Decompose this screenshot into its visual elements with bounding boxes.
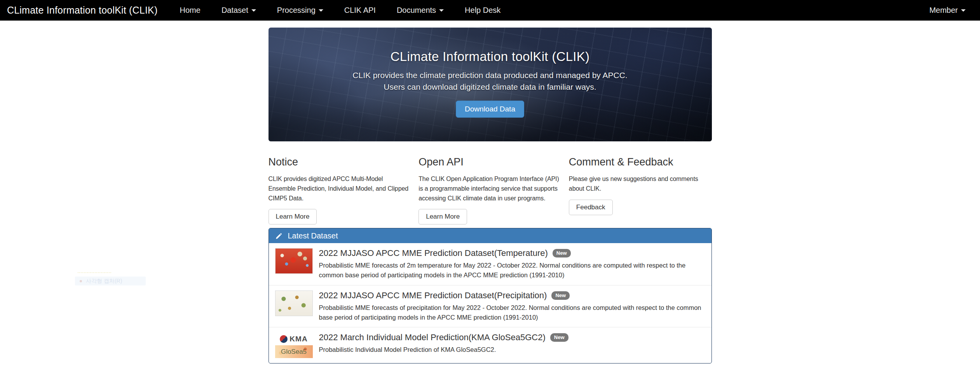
notice-heading: Notice [269, 156, 412, 168]
latest-dataset-title: Latest Dataset [288, 231, 338, 240]
latest-dataset-header: Latest Dataset [269, 228, 711, 243]
dataset-description: Probabilistic MME forecasts of 2m temper… [319, 261, 705, 280]
caret-down-icon [251, 9, 256, 12]
hero-title: CLimate Information toolKit (CLIK) [269, 49, 712, 64]
nav-item-processing[interactable]: Processing [267, 0, 334, 21]
new-badge: New [551, 291, 570, 300]
dataset-description: Probabilistic MME forecasts of precipita… [319, 303, 705, 322]
kma-glosea5-logo-thumbnail: KMA GloSea5 [275, 332, 313, 358]
notice-learn-more-button[interactable]: Learn More [269, 209, 317, 224]
nav-item-label: Help Desk [465, 6, 500, 15]
nav-item-label: Home [180, 6, 201, 15]
notice-text: CLIK provides digitized APCC Multi-Model… [269, 174, 412, 203]
nav-item-dataset[interactable]: Dataset [211, 0, 267, 21]
dataset-item-kma-glosea5[interactable]: KMA GloSea5 2022 March Individual Model … [269, 327, 711, 363]
kma-taegeuk-icon [280, 335, 288, 343]
latest-dataset-panel: Latest Dataset 2022 MJJASO APCC MME Pred… [269, 228, 712, 364]
dataset-item-temperature[interactable]: 2022 MJJASO APCC MME Prediction Dataset(… [269, 243, 711, 285]
new-badge: New [550, 333, 568, 342]
dataset-item-precipitation[interactable]: 2022 MJJASO APCC MME Prediction Dataset(… [269, 285, 711, 327]
hero-subtitle-line2: Users can download digitized climate dat… [269, 81, 712, 93]
hero-subtitle: CLIK provides the climate prediction dat… [269, 70, 712, 93]
caret-down-icon [439, 9, 444, 12]
screen-capture-ghost-overlay: 사각형 캡처(R) [75, 277, 146, 285]
nav-item-label: Dataset [221, 6, 248, 15]
nav-item-home[interactable]: Home [169, 0, 211, 21]
download-data-button[interactable]: Download Data [456, 101, 524, 118]
caret-down-icon [961, 9, 966, 12]
nav-item-label: Documents [397, 6, 436, 15]
nav-item-help-desk[interactable]: Help Desk [454, 0, 511, 21]
top-navbar: CLimate Information toolKit (CLIK) Home … [0, 0, 980, 21]
glosea5-logo-text: GloSea5 [281, 348, 307, 356]
latest-dataset-list: 2022 MJJASO APCC MME Prediction Dataset(… [269, 243, 711, 363]
feedback-heading: Comment & Feedback [569, 156, 712, 168]
capture-marquee-fragment [78, 272, 111, 273]
dataset-title[interactable]: 2022 March Individual Model Prediction(K… [319, 332, 546, 343]
info-columns: Notice CLIK provides digitized APCC Mult… [269, 156, 712, 224]
nav-item-label: CLIK API [344, 6, 376, 15]
feedback-button[interactable]: Feedback [569, 200, 613, 215]
nav-links: Home Dataset Processing CLIK API Documen… [169, 0, 511, 21]
hero-banner: CLimate Information toolKit (CLIK) CLIK … [269, 28, 712, 141]
caret-down-icon [319, 9, 323, 12]
notice-column: Notice CLIK provides digitized APCC Mult… [269, 156, 412, 224]
nav-item-label: Member [929, 6, 958, 15]
open-api-column: Open API The CLIK Open Application Progr… [419, 156, 561, 224]
nav-item-label: Processing [277, 6, 316, 15]
hero-subtitle-line1: CLIK provides the climate prediction dat… [269, 70, 712, 81]
feedback-column: Comment & Feedback Please give us new su… [569, 156, 712, 224]
dataset-title[interactable]: 2022 MJJASO APCC MME Prediction Dataset(… [319, 290, 547, 301]
open-api-text: The CLIK Open Application Program Interf… [419, 174, 561, 203]
dataset-description: Probabilistic Individual Model Predictio… [319, 345, 705, 355]
nav-item-member[interactable]: Member [919, 0, 976, 21]
open-api-learn-more-button[interactable]: Learn More [419, 209, 467, 224]
temperature-map-thumbnail [275, 248, 313, 274]
nav-item-clik-api[interactable]: CLIK API [334, 0, 386, 21]
nav-right: Member [919, 0, 980, 21]
pencil-icon [275, 232, 282, 240]
feedback-text: Please give us new suggestions and comme… [569, 174, 712, 194]
brand[interactable]: CLimate Information toolKit (CLIK) [0, 5, 169, 16]
ghost-menu-label: 사각형 캡처(R) [86, 278, 122, 285]
precipitation-map-thumbnail [275, 290, 313, 316]
open-api-heading: Open API [419, 156, 561, 168]
new-badge: New [553, 249, 571, 257]
nav-item-documents[interactable]: Documents [386, 0, 454, 21]
kma-logo-text: KMA [289, 335, 307, 343]
dataset-title[interactable]: 2022 MJJASO APCC MME Prediction Dataset(… [319, 248, 548, 258]
ghost-menu-dot-icon [80, 280, 82, 282]
